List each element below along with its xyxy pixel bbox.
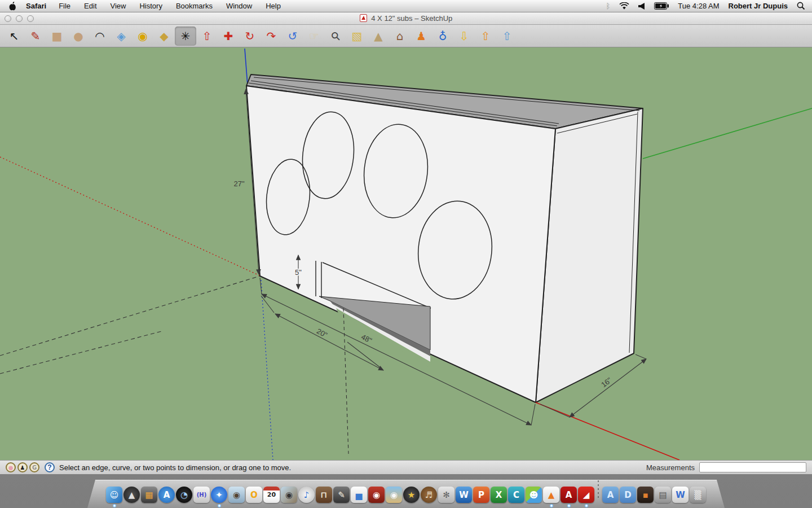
move-tool-button[interactable]: ✚ xyxy=(218,27,239,46)
menu-bar: Safari FileEditViewHistoryBookmarksWindo… xyxy=(0,0,812,12)
wifi-icon[interactable] xyxy=(619,2,629,10)
dim-label-height[interactable]: 27" xyxy=(233,179,244,188)
numbers-dock-icon[interactable]: ▅ xyxy=(351,487,367,503)
move-icon: ✚ xyxy=(224,30,233,42)
app-menu-title[interactable]: Safari xyxy=(26,2,46,10)
share-component-tool-button[interactable]: ⇧ xyxy=(496,27,518,46)
ms-word-dock-icon[interactable]: W xyxy=(456,487,472,503)
modeling-viewport[interactable]: 27" 5" 20" 48" 16" xyxy=(0,47,812,460)
tape-measure-icon: ◉ xyxy=(138,30,147,42)
pages-dock-icon[interactable]: ✎ xyxy=(333,487,350,503)
paint-bucket-tool-button[interactable]: ◆ xyxy=(153,27,175,46)
finder-dock-icon[interactable]: ☺ xyxy=(106,487,122,503)
launcher-rocket-dock-icon[interactable]: ▲ xyxy=(123,487,140,503)
photos-app-dock-icon[interactable]: ◉ xyxy=(281,487,297,503)
paint-bucket-icon: ◆ xyxy=(160,30,168,42)
pan-icon: ☞ xyxy=(309,30,319,42)
help-icon[interactable]: ? xyxy=(45,462,55,472)
minimized-window-1-dock-icon[interactable]: ▪ xyxy=(637,487,654,503)
safari-dock-icon[interactable]: ✦ xyxy=(211,487,227,503)
menu-view[interactable]: View xyxy=(111,2,126,10)
measurements-input[interactable] xyxy=(699,462,806,472)
line-icon: ✎ xyxy=(31,30,41,42)
system-preferences-dock-icon[interactable]: ✻ xyxy=(438,487,454,503)
menu-user[interactable]: Robert Jr Dupuis xyxy=(729,2,788,10)
zoom-tool-button[interactable]: ⚲ xyxy=(325,27,346,46)
person-toggle[interactable]: ♟ xyxy=(17,462,28,472)
get-models-tool-button[interactable]: ⇩ xyxy=(453,27,475,46)
keynote-dock-icon[interactable]: ⊓ xyxy=(316,487,332,503)
menu-bookmarks[interactable]: Bookmarks xyxy=(176,2,213,10)
orbit-tool-button[interactable]: ↺ xyxy=(282,27,303,46)
photo-booth-dock-icon[interactable]: ◉ xyxy=(368,487,385,503)
status-message: Select an edge, curve, or two points to … xyxy=(59,463,291,472)
volume-icon[interactable] xyxy=(638,3,645,10)
line-tool-button[interactable]: ✎ xyxy=(25,27,46,46)
menu-file[interactable]: File xyxy=(59,2,70,10)
menu-history[interactable]: History xyxy=(139,2,162,10)
outlook-dock-icon[interactable]: O xyxy=(246,487,262,503)
quicktime-dock-icon[interactable]: ◔ xyxy=(176,487,192,503)
bluetooth-icon[interactable]: ᛒ xyxy=(606,2,610,10)
rotate-tool-button[interactable]: ↻ xyxy=(239,27,261,46)
spotlight-icon[interactable] xyxy=(797,2,805,10)
ms-excel-dock-icon[interactable]: X xyxy=(491,487,507,503)
iphoto-dock-icon[interactable]: ◉ xyxy=(386,487,402,503)
documents-folder-dock-icon[interactable]: D xyxy=(620,487,636,503)
desktop-manager-dock-icon[interactable]: ▦ xyxy=(141,487,157,503)
battery-icon[interactable] xyxy=(654,2,669,10)
place-model-tool-button[interactable]: ⌂ xyxy=(389,27,411,46)
applications-folder-dock-icon[interactable]: A xyxy=(602,487,619,503)
toggle-terrain-tool-button[interactable]: ▲ xyxy=(368,27,389,46)
h-media-app-dock-icon[interactable]: (H) xyxy=(193,487,210,503)
minimized-window-3-dock-icon[interactable]: W xyxy=(672,487,689,503)
make-component-tool-button[interactable]: ◈ xyxy=(111,27,132,46)
document-icon xyxy=(360,14,367,22)
get-current-view-tool-button[interactable]: ▧ xyxy=(346,27,368,46)
offset-icon: ↷ xyxy=(267,30,276,42)
itunes-dock-icon[interactable]: ♪ xyxy=(298,487,315,503)
menu-edit[interactable]: Edit xyxy=(84,2,96,10)
ical-dock-icon[interactable]: 20 xyxy=(263,487,280,503)
app-store-dock-icon[interactable]: A xyxy=(158,487,175,503)
menu-help[interactable]: Help xyxy=(266,2,281,10)
share-model-tool-button[interactable]: ⇧ xyxy=(475,27,496,46)
google-earth-tool-button[interactable]: ♁ xyxy=(432,27,453,46)
preview-dock-icon[interactable]: ◉ xyxy=(228,487,245,503)
vlc-running-indicator xyxy=(550,504,553,507)
viewport-canvas[interactable]: 27" 5" 20" 48" 16" xyxy=(0,47,812,460)
select-tool-button[interactable]: ↖ xyxy=(3,27,25,46)
ms-messenger-dock-icon[interactable]: ☻ xyxy=(526,487,542,503)
apple-menu[interactable] xyxy=(0,2,26,11)
imovie-dock-icon[interactable]: ★ xyxy=(403,487,420,503)
offset-tool-button[interactable]: ↷ xyxy=(261,27,282,46)
circle-icon: ● xyxy=(73,30,83,42)
safari-running-indicator xyxy=(218,504,221,507)
menu-clock[interactable]: Tue 4:28 AM xyxy=(678,2,719,10)
position-camera-tool-button[interactable]: ♟ xyxy=(411,27,432,46)
push-pull-tool-button[interactable]: ⇧ xyxy=(196,27,218,46)
make-component-icon: ◈ xyxy=(117,30,125,42)
dim-label-port-height[interactable]: 5" xyxy=(295,268,302,277)
rectangle-tool-button[interactable]: ■ xyxy=(46,27,68,46)
minimized-window-2-dock-icon[interactable]: ▤ xyxy=(655,487,671,503)
ms-communicator-dock-icon[interactable]: C xyxy=(508,487,524,503)
google-toggle[interactable]: G xyxy=(29,462,39,472)
circle-tool-button[interactable]: ● xyxy=(68,27,89,46)
garageband-dock-icon[interactable]: ♬ xyxy=(421,487,437,503)
sketchup-dock-icon[interactable]: ◢ xyxy=(578,487,594,503)
sketchup-running-indicator xyxy=(585,504,588,507)
ms-powerpoint-dock-icon[interactable]: P xyxy=(473,487,489,503)
trash-dock-icon[interactable]: ▒ xyxy=(690,487,706,503)
tape-measure-tool-button[interactable]: ◉ xyxy=(132,27,153,46)
dimension-tool-button[interactable]: ✳ xyxy=(175,27,196,46)
adobe-reader-dock-icon[interactable]: A xyxy=(561,487,577,503)
tool-palette: ↖✎■●◠◈◉◆✳⇧✚↻↷↺☞⚲▧▲⌂♟♁⇩⇧⇧ xyxy=(0,25,812,47)
title-bar[interactable]: 4 X 12" subs – SketchUp xyxy=(0,12,812,25)
google-earth-icon: ♁ xyxy=(439,30,447,42)
arc-tool-button[interactable]: ◠ xyxy=(89,27,111,46)
geo-toggle[interactable]: ● xyxy=(6,462,16,472)
menu-window[interactable]: Window xyxy=(226,2,252,10)
pan-tool-button[interactable]: ☞ xyxy=(303,27,325,46)
vlc-dock-icon[interactable]: ▲ xyxy=(543,487,559,503)
